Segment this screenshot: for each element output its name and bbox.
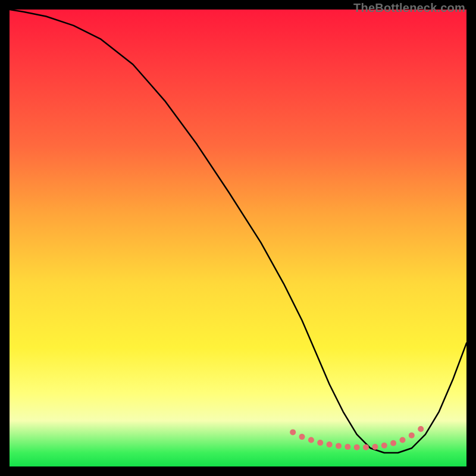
trough-marker-dot (363, 444, 369, 450)
trough-marker-dot (317, 440, 323, 446)
trough-marker-dot (418, 426, 424, 432)
trough-marker-dot (381, 443, 387, 449)
trough-marker-dot (372, 444, 378, 450)
trough-marker-dot (400, 437, 406, 443)
trough-marker-dot (354, 444, 360, 450)
chart-stage: TheBottleneck.com (0, 0, 476, 476)
trough-marker-dot (345, 444, 350, 450)
trough-marker-dot (336, 443, 342, 449)
trough-marker-dot (390, 440, 396, 446)
trough-marker-dot (409, 433, 415, 439)
trough-marker-dot (299, 434, 305, 440)
trough-marker-dot (308, 437, 314, 443)
chart-plot-area (10, 10, 466, 466)
attribution-text: TheBottleneck.com (353, 1, 465, 15)
chart-svg (10, 10, 466, 466)
bottleneck-curve-path (10, 10, 466, 453)
trough-markers-group (290, 426, 424, 450)
trough-marker-dot (327, 441, 333, 447)
trough-marker-dot (290, 429, 296, 435)
